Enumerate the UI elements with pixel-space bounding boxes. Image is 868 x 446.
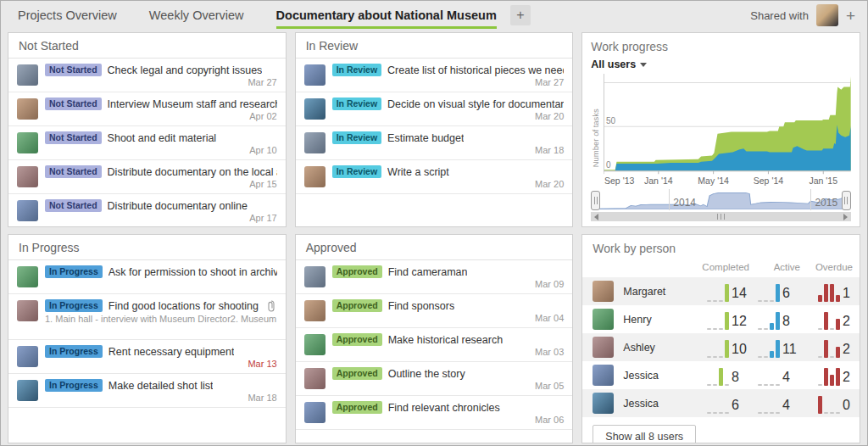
spark-bar [770, 384, 774, 386]
spark-bar [707, 300, 711, 302]
task-card[interactable]: In Progress Rent necessary equipment Mar… [8, 340, 286, 374]
task-card[interactable]: In Progress Find good locations for shoo… [8, 294, 286, 340]
status-badge: Approved [332, 367, 382, 380]
slider-handle-right[interactable] [842, 191, 851, 210]
status-badge: In Progress [45, 299, 103, 312]
top-tab-bar: Projects OverviewWeekly OverviewDocument… [1, 1, 867, 30]
work-progress-panel: Work progress All users Number of tasks … [581, 32, 860, 227]
due-date [45, 325, 277, 337]
status-badge: Approved [332, 401, 382, 414]
task-title: Ask for permission to shoot in archives [108, 266, 277, 278]
slider-handle-left[interactable] [591, 191, 600, 210]
status-badge: Approved [332, 299, 382, 312]
add-tab-button[interactable]: + [510, 5, 531, 25]
completed-value: 8 [732, 369, 749, 386]
task-card[interactable]: Approved Outline the story Mar 05 [296, 362, 573, 396]
svg-text:50: 50 [606, 116, 616, 125]
person-avatar [593, 309, 614, 330]
spark-bar [770, 412, 774, 414]
spark-bar [719, 328, 723, 330]
task-card[interactable]: In Review Write a script Mar 20 [296, 160, 573, 194]
spark-bar [707, 328, 711, 330]
spark-bar [836, 412, 840, 414]
task-card[interactable]: Approved Find sponsors Mar 04 [296, 294, 573, 328]
active-sparkbars [758, 340, 780, 358]
spark-bar [836, 368, 840, 386]
task-card[interactable]: Approved Make historical research Mar 03 [296, 328, 573, 362]
task-card[interactable]: In Review Decide on visual style for doc… [296, 92, 573, 126]
users-filter-label: All users [591, 59, 636, 70]
spark-bar [776, 284, 780, 302]
spark-bar [707, 412, 711, 414]
svg-text:May '14: May '14 [698, 176, 730, 186]
task-card[interactable]: In Review Estimate budget Mar 18 [296, 126, 573, 160]
dashboard-grid: Not Started Not Started Check legal and … [1, 30, 867, 443]
active-sparkbars [758, 312, 780, 330]
card-list: Not Started Check legal and copyright is… [8, 59, 286, 227]
spark-bar [764, 328, 768, 330]
task-title: Shoot and edit material [108, 132, 217, 144]
users-filter-dropdown[interactable]: All users [591, 59, 851, 70]
tab-1[interactable]: Projects Overview [18, 2, 117, 29]
tab-2[interactable]: Weekly Overview [149, 2, 244, 29]
assignee-avatar [17, 200, 38, 221]
task-card[interactable]: Not Started Interview Museum staff and r… [8, 92, 286, 126]
due-date: Mar 20 [332, 111, 565, 123]
add-shared-user-icon[interactable]: + [846, 8, 855, 24]
spark-bar [818, 328, 822, 330]
task-card[interactable]: Not Started Distribute documentary onlin… [8, 194, 286, 227]
task-card[interactable]: Not Started Distribute documentary on th… [8, 160, 286, 194]
person-row[interactable]: Margaret 14 6 1 [582, 277, 860, 305]
spark-bar [719, 300, 723, 302]
task-card[interactable]: In Review Create list of historical piec… [296, 59, 573, 92]
due-date: Apr 10 [45, 145, 277, 157]
active-stat: 4 [749, 393, 800, 414]
due-date: Mar 09 [332, 279, 565, 291]
task-title: Make historical research [388, 334, 503, 346]
spark-bar [776, 312, 780, 330]
person-row[interactable]: Jessica 8 4 2 [582, 361, 860, 389]
show-all-users-button[interactable]: Show all 8 users [593, 425, 696, 443]
scroll-left-icon[interactable] [594, 214, 598, 220]
task-card[interactable]: Approved Find cameraman Mar 09 [296, 260, 573, 294]
spark-bar [830, 328, 834, 330]
assignee-avatar [17, 300, 38, 321]
board-approved: Approved Approved Find cameraman Mar 09 … [295, 234, 574, 443]
completed-value: 12 [732, 313, 749, 330]
task-title: Check legal and copyright issues [108, 64, 263, 76]
person-row[interactable]: Henry 12 8 2 [582, 305, 860, 333]
assignee-avatar [17, 132, 38, 153]
task-card[interactable]: Not Started Check legal and copyright is… [8, 59, 286, 92]
task-card[interactable]: In Progress Ask for permission to shoot … [8, 260, 286, 294]
overdue-value: 2 [843, 313, 854, 330]
scrollbar-grip[interactable] [717, 214, 725, 220]
spark-bar [758, 300, 762, 302]
card-list: In Review Create list of historical piec… [296, 59, 573, 194]
spark-bar [758, 356, 762, 358]
board-title: Not Started [8, 33, 286, 59]
assignee-avatar [304, 334, 326, 355]
due-date [45, 279, 277, 291]
assignee-avatar [304, 368, 326, 389]
spark-bar [770, 351, 774, 358]
status-badge: In Review [332, 165, 381, 178]
person-row[interactable]: Jessica 6 4 0 [582, 389, 860, 417]
spark-bar [830, 284, 834, 302]
task-title: Find relevant chronicles [388, 402, 500, 414]
task-card[interactable]: Approved Find relevant chronicles Mar 06 [296, 396, 573, 430]
task-card[interactable]: Not Started Shoot and edit material Apr … [8, 126, 286, 160]
spark-bar [818, 295, 822, 302]
overdue-stat: 2 [800, 309, 854, 330]
task-card[interactable]: In Progress Make detailed shot list Mar … [8, 374, 286, 408]
due-date: Mar 18 [332, 145, 565, 157]
scroll-right-icon[interactable] [843, 214, 848, 220]
app-window: Projects OverviewWeekly OverviewDocument… [0, 0, 868, 446]
spark-bar [719, 368, 723, 386]
tab-3[interactable]: Documentary about National Museum [276, 2, 497, 29]
shared-user-avatar[interactable] [816, 4, 838, 26]
person-row[interactable]: Ashley 10 11 2 [582, 333, 860, 361]
spark-bar [725, 312, 729, 330]
chart-scrollbar[interactable] [591, 212, 851, 221]
due-date: Mar 03 [332, 347, 565, 359]
due-date: Mar 13 [45, 359, 277, 371]
